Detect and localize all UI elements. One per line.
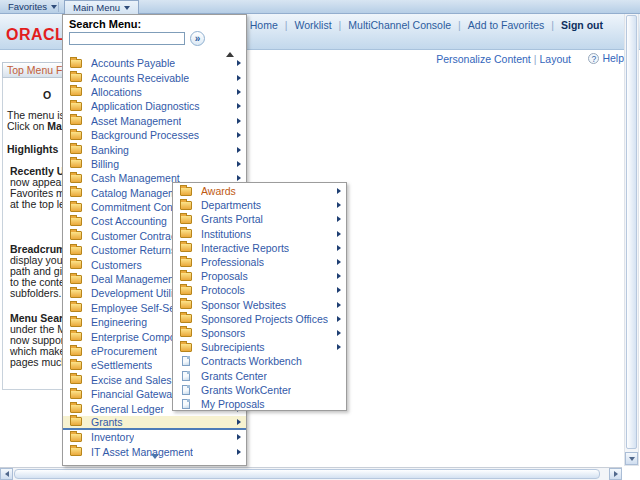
scroll-down-icon[interactable] [151, 445, 159, 463]
divider [58, 2, 59, 12]
scroll-left-button[interactable] [0, 468, 13, 480]
folder-icon [70, 116, 82, 125]
submenu-item-protocols[interactable]: Protocols [173, 283, 346, 297]
signout-link[interactable]: Sign out [561, 19, 603, 31]
folder-icon [180, 201, 192, 210]
submenu-item-sponsor-websites[interactable]: Sponsor Websites [173, 298, 346, 312]
personalize-link-layout[interactable]: Layout [539, 53, 571, 65]
folder-icon [180, 343, 192, 352]
submenu-arrow-icon [237, 175, 241, 181]
folder-icon [180, 215, 192, 224]
folder-icon [70, 246, 82, 255]
folder-icon [70, 188, 82, 197]
folder-icon [70, 433, 82, 442]
submenu-item-grants-portal[interactable]: Grants Portal [173, 212, 346, 226]
folder-icon [70, 217, 82, 226]
menu-search-input[interactable] [69, 32, 185, 45]
folder-icon [70, 174, 82, 183]
folder-icon [180, 187, 192, 196]
submenu-item-label: Awards [201, 185, 236, 197]
favorites-label: Favorites [8, 1, 47, 12]
submenu-item-sponsored-projects-offices[interactable]: Sponsored Projects Offices [173, 312, 346, 326]
header-link-worklist[interactable]: Worklist [294, 19, 331, 31]
chevron-down-icon [124, 6, 130, 10]
menu-item-label: Grants [91, 416, 123, 428]
folder-icon [70, 318, 82, 327]
separator: | [551, 19, 554, 31]
menu-item-banking[interactable]: Banking [63, 142, 246, 156]
menu-item-label: Customer Returns [91, 244, 176, 256]
document-icon [182, 399, 190, 409]
submenu-arrow-icon [237, 419, 241, 425]
menu-item-label: Accounts Payable [91, 57, 175, 69]
menu-item-label: General Ledger [91, 403, 164, 415]
menu-item-asset-management[interactable]: Asset Management [63, 114, 246, 128]
folder-icon [70, 131, 82, 140]
submenu-item-interactive-reports[interactable]: Interactive Reports [173, 241, 346, 255]
menu-item-label: Deal Management [91, 273, 177, 285]
vertical-scroll-thumb[interactable] [626, 15, 637, 449]
menu-item-label: Background Processes [91, 129, 199, 141]
header-link-home[interactable]: Home [250, 19, 278, 31]
submenu-item-my-proposals[interactable]: My Proposals [173, 397, 346, 411]
menu-item-grants[interactable]: Grants [63, 416, 246, 430]
folder-icon [70, 447, 82, 456]
submenu-item-contracts-workbench[interactable]: Contracts Workbench [173, 354, 346, 368]
folder-icon [70, 260, 82, 269]
menu-item-label: Application Diagnostics [91, 100, 200, 112]
submenu-item-professionals[interactable]: Professionals [173, 255, 346, 269]
menu-item-label: IT Asset Management [91, 446, 193, 458]
menu-item-application-diagnostics[interactable]: Application Diagnostics [63, 99, 246, 113]
document-icon [182, 385, 190, 395]
menu-item-accounts-receivable[interactable]: Accounts Receivable [63, 70, 246, 84]
submenu-item-awards[interactable]: Awards [173, 184, 346, 198]
submenu-item-grants-center[interactable]: Grants Center [173, 368, 346, 382]
folder-icon [180, 272, 192, 281]
separator: | [285, 19, 288, 31]
submenu-item-subrecipients[interactable]: Subrecipients [173, 340, 346, 354]
search-go-icon[interactable]: » [190, 31, 205, 46]
vertical-scrollbar[interactable] [624, 0, 639, 466]
header-nav: Home|Worklist|MultiChannel Console|Add t… [243, 19, 610, 31]
submenu-item-sponsors[interactable]: Sponsors [173, 326, 346, 340]
submenu-item-institutions[interactable]: Institutions [173, 227, 346, 241]
submenu-arrow-icon [337, 344, 341, 350]
folder-icon [70, 73, 82, 82]
separator: | [534, 53, 537, 65]
submenu-item-label: Sponsor Websites [201, 299, 286, 311]
submenu-item-proposals[interactable]: Proposals [173, 269, 346, 283]
folder-icon [180, 258, 192, 267]
folder-icon [70, 159, 82, 168]
header-link-multichannel-console[interactable]: MultiChannel Console [348, 19, 451, 31]
submenu-arrow-icon [337, 316, 341, 322]
submenu-arrow-icon [337, 245, 341, 251]
menu-item-label: Inventory [91, 431, 134, 443]
folder-icon [70, 390, 82, 399]
menu-item-label: Allocations [91, 86, 142, 98]
folder-icon [70, 404, 82, 413]
scroll-right-button[interactable] [609, 468, 622, 480]
submenu-arrow-icon [237, 89, 241, 95]
header-link-add-to-favorites[interactable]: Add to Favorites [468, 19, 544, 31]
scroll-down-button[interactable] [625, 452, 638, 465]
menu-item-inventory[interactable]: Inventory [63, 430, 246, 444]
submenu-item-departments[interactable]: Departments [173, 198, 346, 212]
chevron-down-icon [51, 5, 57, 9]
submenu-item-grants-workcenter[interactable]: Grants WorkCenter [173, 383, 346, 397]
submenu-item-label: Grants WorkCenter [201, 384, 291, 396]
submenu-item-label: Protocols [201, 284, 245, 296]
personalize-link-personalize-content[interactable]: Personalize Content [436, 53, 531, 65]
horizontal-scrollbar[interactable] [0, 467, 622, 480]
folder-icon [70, 59, 82, 68]
menu-item-background-processes[interactable]: Background Processes [63, 128, 246, 142]
help-link[interactable]: ?Help [588, 52, 624, 64]
horizontal-scroll-thumb[interactable] [14, 469, 600, 479]
favorites-menu[interactable]: Favorites [0, 0, 65, 14]
menu-item-billing[interactable]: Billing [63, 157, 246, 171]
submenu-arrow-icon [337, 231, 341, 237]
menu-item-accounts-payable[interactable]: Accounts Payable [63, 56, 246, 70]
application-window: Favorites Main Menu ORACLE Home|Worklist… [0, 0, 640, 480]
main-menu-tab[interactable]: Main Menu [64, 0, 139, 14]
help-icon: ? [588, 53, 599, 64]
menu-item-allocations[interactable]: Allocations [63, 85, 246, 99]
